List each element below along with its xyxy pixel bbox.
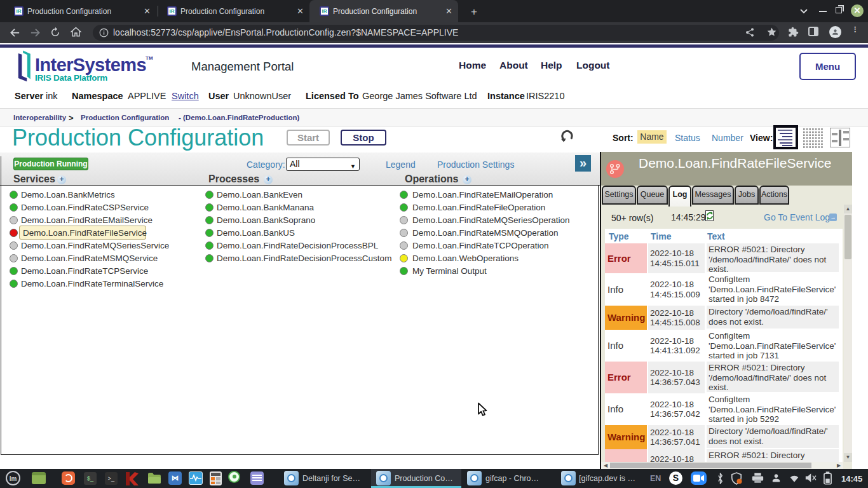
svg-text:InterSystems: InterSystems [35,55,146,75]
svg-text:IRIS Data Platform: IRIS Data Platform [35,73,107,83]
svg-text:TM: TM [146,55,153,61]
